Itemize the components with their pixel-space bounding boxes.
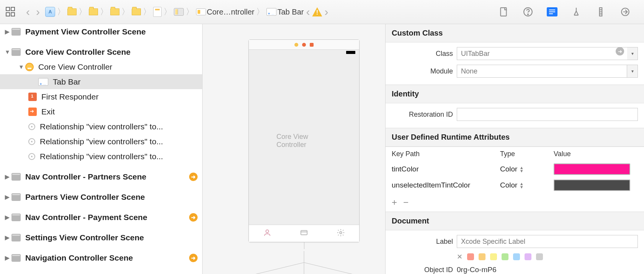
disclosure-triangle-icon[interactable]: ▶ — [5, 234, 10, 241]
related-items-icon[interactable] — [5, 7, 16, 17]
color-dot[interactable] — [479, 253, 485, 260]
outline-relationship-row[interactable]: Relationship "view controllers" to... — [0, 119, 202, 134]
color-dot[interactable] — [502, 253, 508, 260]
scene-icon — [11, 173, 21, 181]
tab-item-gear-icon[interactable] — [337, 228, 345, 239]
tab-item-card-icon[interactable] — [300, 228, 308, 239]
file-inspector-icon[interactable] — [498, 6, 509, 18]
disclosure-triangle-icon[interactable]: ▶ — [5, 194, 10, 201]
attr-type[interactable]: Color — [500, 181, 517, 189]
folder-icon[interactable] — [89, 8, 98, 15]
color-dot[interactable] — [536, 253, 543, 260]
scene-icon — [11, 193, 21, 201]
connections-inspector-icon[interactable] — [619, 6, 631, 18]
viewcontroller-icon — [25, 63, 34, 71]
viewcontroller-icon[interactable] — [196, 8, 206, 15]
tab-bar[interactable] — [249, 225, 359, 242]
tab-item-person-icon[interactable] — [263, 228, 271, 239]
help-inspector-icon[interactable] — [522, 6, 534, 18]
folder-icon[interactable] — [132, 8, 141, 15]
dock-vc-icon[interactable] — [294, 43, 298, 47]
attributes-inspector-icon[interactable] — [570, 6, 582, 18]
stepper-icon[interactable]: ▴▾ — [519, 182, 524, 189]
chevron-right-icon: 〉 — [142, 6, 152, 18]
outline-exit-row[interactable]: Exit — [0, 104, 202, 119]
dropdown-button[interactable]: ▾ — [627, 47, 638, 60]
color-dot[interactable] — [513, 253, 520, 260]
disclosure-triangle-icon[interactable]: ▼ — [5, 49, 10, 55]
disclosure-triangle-icon[interactable]: ▶ — [5, 254, 10, 261]
color-dot[interactable] — [467, 253, 474, 260]
svg-rect-0 — [500, 8, 506, 16]
attr-keypath[interactable]: tintColor — [392, 165, 500, 173]
stepper-icon[interactable]: ▴▾ — [519, 166, 524, 173]
outline-relationship-row[interactable]: Relationship "view controllers" to... — [0, 134, 202, 149]
disclosure-triangle-icon[interactable]: ▶ — [5, 28, 10, 35]
outline-tabbar-row[interactable]: Tab Bar — [0, 74, 202, 89]
document-outline[interactable]: ▶ Payment View Controller Scene ▼ Core V… — [0, 24, 203, 274]
outline-vc-row[interactable]: ▼ Core View Controller — [0, 59, 202, 74]
class-input[interactable] — [457, 47, 629, 60]
color-dot[interactable] — [525, 253, 531, 260]
outline-firstresponder-row[interactable]: First Responder — [0, 89, 202, 104]
scene-titlebar[interactable] — [249, 40, 359, 50]
col-keypath: Key Path — [392, 150, 500, 158]
breadcrumb-item[interactable]: Tab Bar — [277, 8, 304, 16]
outline-relationship-row[interactable]: Relationship "view controllers" to... — [0, 149, 202, 164]
restoration-id-input[interactable] — [457, 108, 638, 121]
warning-icon[interactable] — [312, 7, 322, 16]
storyboard-file-icon[interactable] — [153, 7, 162, 17]
color-swatch[interactable] — [554, 179, 630, 191]
attr-row[interactable]: unselectedItemTintColor Color ▴▾ — [386, 177, 644, 193]
color-dot[interactable] — [490, 253, 497, 260]
disclosure-triangle-icon[interactable]: ▶ — [5, 173, 10, 180]
clear-color-icon[interactable]: ✕ — [457, 253, 463, 261]
color-swatch[interactable] — [554, 163, 630, 175]
module-input[interactable] — [457, 65, 627, 78]
dropdown-button[interactable]: ▾ — [627, 65, 638, 78]
section-header[interactable]: Custom Class — [386, 24, 644, 42]
outline-scene-row[interactable]: ▶ Payment View Controller Scene — [0, 24, 202, 39]
folder-icon[interactable] — [67, 8, 77, 15]
disclosure-triangle-icon[interactable]: ▼ — [18, 64, 24, 70]
chevron-right-icon: 〉 — [56, 6, 67, 18]
dock-exit-icon[interactable] — [310, 43, 314, 47]
nav-forward-button[interactable]: › — [33, 5, 43, 18]
canvas-placeholder-label: Core View Controller — [276, 133, 332, 149]
section-header[interactable]: User Defined Runtime Attributes — [386, 128, 644, 147]
attr-type[interactable]: Color — [500, 165, 517, 173]
jump-to-class-icon[interactable]: ➜ — [616, 47, 624, 55]
exit-icon — [28, 108, 37, 116]
nav-back-button[interactable]: ‹ — [23, 5, 33, 18]
outline-scene-row[interactable]: ▼ Core View Controller Scene — [0, 44, 202, 59]
object-id-value: 0rg-Co-mP6 — [457, 266, 496, 274]
attr-row[interactable]: tintColor Color ▴▾ — [386, 161, 644, 177]
nav-prev-sibling[interactable]: ‹ — [304, 5, 311, 18]
dock-first-responder-icon[interactable] — [302, 43, 306, 47]
attr-keypath[interactable]: unselectedItemTintColor — [392, 181, 500, 189]
breadcrumb-item[interactable]: Core…ntroller — [207, 8, 254, 16]
add-button[interactable]: + — [392, 197, 397, 208]
size-inspector-icon[interactable] — [595, 6, 606, 18]
folder-icon[interactable] — [110, 8, 119, 15]
device-frame[interactable]: Core View Controller — [248, 39, 360, 242]
outline-label: Relationship "view controllers" to... — [40, 152, 163, 161]
doc-label-input[interactable] — [457, 235, 638, 248]
nav-next-sibling[interactable]: › — [323, 5, 330, 18]
outline-scene-row[interactable]: ▶ Nav Controller - Payment Scene ➜ — [0, 210, 202, 225]
outline-scene-row[interactable]: ▶ Settings View Controller Scene — [0, 230, 202, 245]
disclosure-triangle-icon[interactable]: ▶ — [5, 214, 10, 221]
storyboard-icon[interactable] — [174, 8, 184, 16]
outline-scene-row[interactable]: ▶ Partners View Controller Scene — [0, 189, 202, 204]
tabbar-icon[interactable] — [266, 8, 276, 16]
ib-canvas[interactable]: Core View Controller — [203, 24, 385, 274]
outline-label: Settings View Controller Scene — [25, 233, 144, 242]
remove-button[interactable]: − — [403, 197, 409, 208]
identity-inspector-icon[interactable] — [547, 7, 557, 16]
section-header[interactable]: Document — [386, 212, 644, 230]
section-header[interactable]: Identity — [386, 85, 644, 103]
project-icon[interactable] — [45, 7, 55, 17]
segue-badge-icon: ➜ — [189, 213, 198, 222]
outline-scene-row[interactable]: ▶ Navigation Controller Scene ➜ — [0, 250, 202, 265]
outline-scene-row[interactable]: ▶ Nav Controller - Partners Scene ➜ — [0, 169, 202, 184]
